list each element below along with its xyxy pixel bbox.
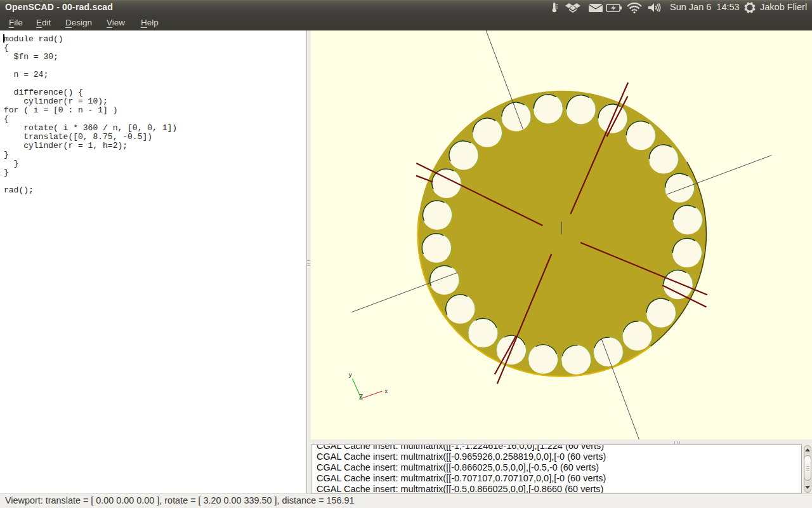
svg-text:x: x xyxy=(385,388,388,394)
svg-text:y: y xyxy=(349,371,352,378)
svg-text:Z: Z xyxy=(359,394,363,401)
